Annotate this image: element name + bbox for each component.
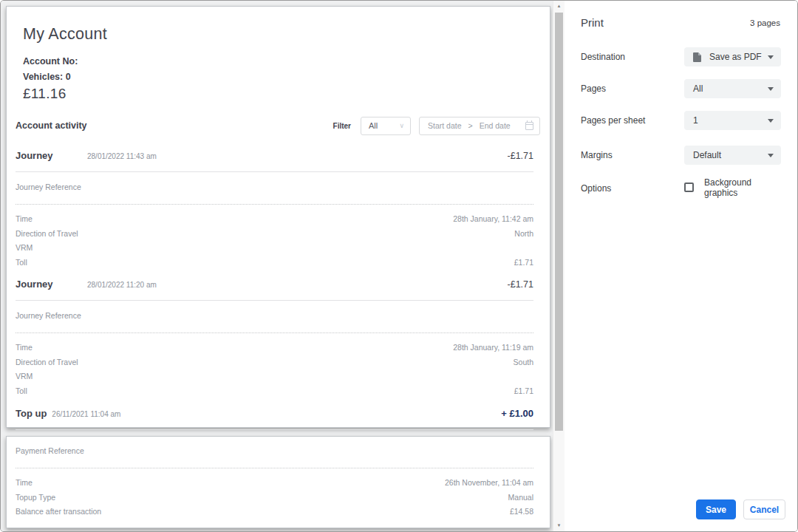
background-graphics-label: Background graphics <box>704 179 781 197</box>
transaction-amount: -£1.71 <box>508 151 533 161</box>
detail-value: North <box>514 230 533 238</box>
preview-scrollbar[interactable]: ▲ ▼ <box>553 1 565 531</box>
transaction-amount: + £1.00 <box>501 408 533 419</box>
divider <box>16 171 533 172</box>
divider <box>16 429 533 430</box>
payment-reference-label: Payment Reference <box>16 446 533 455</box>
detail-label: Toll <box>16 259 27 267</box>
save-button[interactable]: Save <box>696 499 736 519</box>
destination-field: Destination Save as PDF <box>581 47 781 66</box>
pages-per-sheet-value: 1 <box>693 115 698 126</box>
dotted-divider <box>16 332 533 333</box>
transaction-type: Journey <box>16 150 87 161</box>
print-dialog-title: Print <box>581 16 604 29</box>
preview-page-2: Payment Reference Time26th November, 11:… <box>6 436 550 528</box>
detail-value: £1.71 <box>514 387 533 395</box>
transaction-datetime: 28/01/2022 11:20 am <box>87 281 157 289</box>
pages-label: Pages <box>581 79 606 98</box>
detail-label: Direction of Travel <box>16 358 78 366</box>
print-settings-panel: Print 3 pages Destination Save as PDF Pa… <box>565 1 797 531</box>
transaction-topup: Top up 26/11/2021 11:04 am + £1.00 <box>16 408 533 430</box>
dotted-divider <box>16 468 533 468</box>
journey-reference-label: Journey Reference <box>16 311 533 320</box>
divider <box>16 300 533 301</box>
detail-value: £1.71 <box>514 259 533 267</box>
transaction-amount: -£1.71 <box>508 279 533 290</box>
dropdown-caret-icon <box>768 154 774 157</box>
transaction-datetime: 26/11/2021 11:04 am <box>52 410 120 418</box>
detail-value: £14.58 <box>510 508 533 516</box>
dropdown-caret-icon <box>768 87 774 91</box>
detail-label: VRM <box>16 244 33 252</box>
pages-per-sheet-field: Pages per sheet 1 <box>581 111 781 130</box>
page-count: 3 pages <box>750 18 780 27</box>
dotted-divider <box>16 204 533 205</box>
detail-label: Topup Type <box>16 494 55 502</box>
detail-label: Direction of Travel <box>16 230 78 238</box>
document-icon <box>693 52 701 62</box>
print-preview-pane: My Account Account No: Vehicles: 0 £11.1… <box>1 1 553 531</box>
scrollbar-thumb[interactable] <box>555 13 563 431</box>
margins-select[interactable]: Default <box>684 146 781 165</box>
destination-select[interactable]: Save as PDF <box>684 47 781 66</box>
transaction-datetime: 28/01/2022 11:43 am <box>87 152 157 160</box>
detail-label: Toll <box>16 387 27 395</box>
journey-reference-label: Journey Reference <box>16 183 533 191</box>
detail-label: Time <box>16 479 33 487</box>
margins-field: Margins Default <box>581 146 781 165</box>
detail-value: 28th January, 11:42 am <box>453 215 533 223</box>
margins-value: Default <box>693 150 721 160</box>
detail-label: Balance after transaction <box>16 508 101 516</box>
detail-value: 28th January, 11:19 am <box>453 344 533 352</box>
scroll-up-icon[interactable]: ▲ <box>553 4 565 8</box>
transaction-journey-1: Journey 28/01/2022 11:43 am -£1.71 Journ… <box>16 150 533 267</box>
cancel-button[interactable]: Cancel <box>743 499 785 519</box>
pages-per-sheet-label: Pages per sheet <box>581 111 645 130</box>
detail-label: Time <box>16 215 33 223</box>
options-label: Options <box>581 179 611 198</box>
transaction-journey-2: Journey 28/01/2022 11:20 am -£1.71 Journ… <box>16 279 533 395</box>
pages-select[interactable]: All <box>684 79 781 98</box>
destination-value: Save as PDF <box>709 52 762 62</box>
background-graphics-checkbox[interactable] <box>684 183 694 192</box>
pages-field: Pages All <box>581 79 781 98</box>
detail-value: 26th November, 11:04 am <box>445 479 533 487</box>
transaction-type: Journey <box>16 279 87 290</box>
dropdown-caret-icon <box>768 119 774 123</box>
transaction-list: Journey 28/01/2022 11:43 am -£1.71 Journ… <box>16 7 533 427</box>
transaction-type: Top up <box>16 408 47 419</box>
pages-per-sheet-select[interactable]: 1 <box>684 111 781 130</box>
pages-value: All <box>693 83 703 94</box>
preview-page-1: My Account Account No: Vehicles: 0 £11.1… <box>6 6 550 428</box>
options-field: Options Background graphics <box>581 179 781 198</box>
dropdown-caret-icon <box>768 55 774 59</box>
detail-value: South <box>514 358 533 366</box>
destination-label: Destination <box>581 47 625 66</box>
detail-value: Manual <box>508 494 533 502</box>
detail-label: VRM <box>16 372 33 381</box>
detail-label: Time <box>16 344 33 352</box>
scroll-down-icon[interactable]: ▼ <box>553 523 565 528</box>
margins-label: Margins <box>581 146 613 165</box>
